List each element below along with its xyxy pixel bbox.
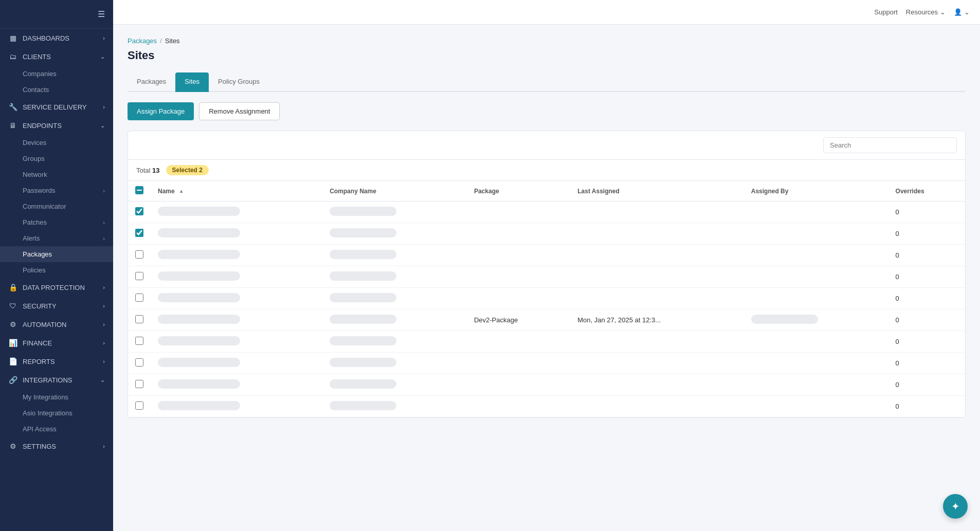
table-row: 0 xyxy=(128,353,965,374)
table-toolbar xyxy=(128,131,965,160)
row-name xyxy=(151,288,322,309)
sidebar-item-devices[interactable]: Devices xyxy=(0,135,113,151)
sidebar-item-alerts[interactable]: Alerts› xyxy=(0,230,113,246)
sidebar-item-communicator[interactable]: Communicator xyxy=(0,198,113,214)
user-menu[interactable]: 👤 ⌄ xyxy=(954,8,970,16)
user-chevron-icon: ⌄ xyxy=(964,8,970,16)
assign-package-button[interactable]: Assign Package xyxy=(128,102,194,120)
row-overrides: 0 xyxy=(888,266,965,288)
table-row: 0 xyxy=(128,223,965,245)
row-overrides: 0 xyxy=(888,288,965,309)
row-company xyxy=(322,245,467,266)
sidebar-item-dashboards-label: DASHBOARDS xyxy=(23,34,69,42)
sidebar-item-my-integrations[interactable]: My Integrations xyxy=(0,389,113,405)
row-checkbox-cell[interactable] xyxy=(128,374,151,396)
row-checkbox-cell[interactable] xyxy=(128,202,151,223)
sidebar-item-asio-integrations[interactable]: Asio Integrations xyxy=(0,405,113,421)
row-company xyxy=(322,202,467,223)
sidebar-item-data-protection[interactable]: 🔒 DATA PROTECTION › xyxy=(0,278,113,297)
content-area: Packages / Sites Sites Packages Sites Po… xyxy=(113,25,980,531)
th-checkbox[interactable] xyxy=(128,181,151,202)
row-checkbox-8[interactable] xyxy=(135,380,143,388)
sidebar-item-settings[interactable]: ⚙ SETTINGS › xyxy=(0,437,113,455)
fab-icon: ✦ xyxy=(951,500,960,512)
row-checkbox-4[interactable] xyxy=(135,294,143,302)
row-last-assigned xyxy=(570,396,744,417)
row-overrides: 0 xyxy=(888,309,965,331)
selected-count: 2 xyxy=(199,167,203,174)
search-input[interactable] xyxy=(823,137,957,153)
row-checkbox-3[interactable] xyxy=(135,272,143,280)
sidebar-item-reports[interactable]: 📄 REPORTS › xyxy=(0,352,113,371)
sidebar-item-contacts[interactable]: Contacts xyxy=(0,82,113,98)
row-assigned-by xyxy=(744,396,888,417)
tab-policy-groups[interactable]: Policy Groups xyxy=(209,72,269,92)
row-overrides: 0 xyxy=(888,353,965,374)
resources-dropdown[interactable]: Resources ⌄ xyxy=(906,8,946,16)
row-checkbox-cell[interactable] xyxy=(128,353,151,374)
row-checkbox-7[interactable] xyxy=(135,358,143,367)
sidebar-item-dashboards[interactable]: ▦ DASHBOARDS › xyxy=(0,29,113,47)
sidebar-item-companies[interactable]: Companies xyxy=(0,66,113,82)
row-checkbox-cell[interactable] xyxy=(128,309,151,331)
sidebar-item-integrations[interactable]: 🔗 INTEGRATIONS ⌄ xyxy=(0,371,113,389)
clients-arrow: ⌄ xyxy=(100,53,105,60)
row-checkbox-9[interactable] xyxy=(135,401,143,410)
row-checkbox-cell[interactable] xyxy=(128,245,151,266)
sidebar-item-service-delivery[interactable]: 🔧 SERVICE DELIVERY › xyxy=(0,98,113,116)
row-checkbox-6[interactable] xyxy=(135,337,143,345)
table-row: 0 xyxy=(128,245,965,266)
select-all-checkbox[interactable] xyxy=(135,186,143,194)
row-name xyxy=(151,266,322,288)
row-overrides: 0 xyxy=(888,202,965,223)
sidebar-item-automation[interactable]: ⚙ AUTOMATION › xyxy=(0,315,113,334)
row-checkbox-cell[interactable] xyxy=(128,396,151,417)
patches-arrow: › xyxy=(103,219,105,226)
row-assigned-by xyxy=(744,202,888,223)
sidebar-item-security[interactable]: 🛡 SECURITY › xyxy=(0,297,113,315)
row-package xyxy=(467,202,570,223)
data-protection-arrow: › xyxy=(103,284,105,290)
hamburger-icon[interactable]: ☰ xyxy=(98,9,105,19)
finance-icon: 📊 xyxy=(8,339,17,347)
sidebar-item-finance[interactable]: 📊 FINANCE › xyxy=(0,334,113,352)
settings-arrow: › xyxy=(103,443,105,449)
row-last-assigned xyxy=(570,353,744,374)
user-icon: 👤 xyxy=(954,8,962,16)
sidebar-item-packages[interactable]: Packages xyxy=(0,246,113,262)
sidebar-item-network[interactable]: Network xyxy=(0,167,113,182)
sidebar-item-groups[interactable]: Groups xyxy=(0,151,113,167)
tab-packages[interactable]: Packages xyxy=(128,72,175,92)
sidebar-item-api-access[interactable]: API Access xyxy=(0,421,113,437)
row-checkbox-cell[interactable] xyxy=(128,266,151,288)
topbar-actions: Support Resources ⌄ 👤 ⌄ xyxy=(874,8,970,16)
sidebar-item-passwords[interactable]: Passwords› xyxy=(0,182,113,198)
row-name xyxy=(151,309,322,331)
row-checkbox-1[interactable] xyxy=(135,229,143,237)
row-checkbox-2[interactable] xyxy=(135,250,143,259)
sidebar-item-endpoints[interactable]: 🖥 ENDPOINTS ⌄ xyxy=(0,116,113,135)
sidebar-item-patches[interactable]: Patches› xyxy=(0,214,113,230)
sidebar-item-clients[interactable]: 🗂 CLIENTS ⌄ xyxy=(0,47,113,66)
th-name[interactable]: Name ▲ xyxy=(151,181,322,202)
row-overrides: 0 xyxy=(888,331,965,353)
breadcrumb: Packages / Sites xyxy=(128,37,966,45)
fab-button[interactable]: ✦ xyxy=(943,494,968,519)
support-link[interactable]: Support xyxy=(874,8,898,16)
row-checkbox-cell[interactable] xyxy=(128,331,151,353)
row-checkbox-0[interactable] xyxy=(135,207,143,215)
row-checkbox-cell[interactable] xyxy=(128,223,151,245)
breadcrumb-parent[interactable]: Packages xyxy=(128,37,157,45)
automation-arrow: › xyxy=(103,321,105,327)
row-package xyxy=(467,266,570,288)
row-company xyxy=(322,309,467,331)
row-name xyxy=(151,374,322,396)
row-checkbox-5[interactable] xyxy=(135,315,143,323)
remove-assignment-button[interactable]: Remove Assignment xyxy=(199,102,280,120)
row-checkbox-cell[interactable] xyxy=(128,288,151,309)
row-overrides: 0 xyxy=(888,396,965,417)
sidebar-item-policies[interactable]: Policies xyxy=(0,262,113,278)
tab-sites[interactable]: Sites xyxy=(175,72,209,92)
row-last-assigned xyxy=(570,202,744,223)
sidebar-item-endpoints-label: ENDPOINTS xyxy=(23,122,62,130)
